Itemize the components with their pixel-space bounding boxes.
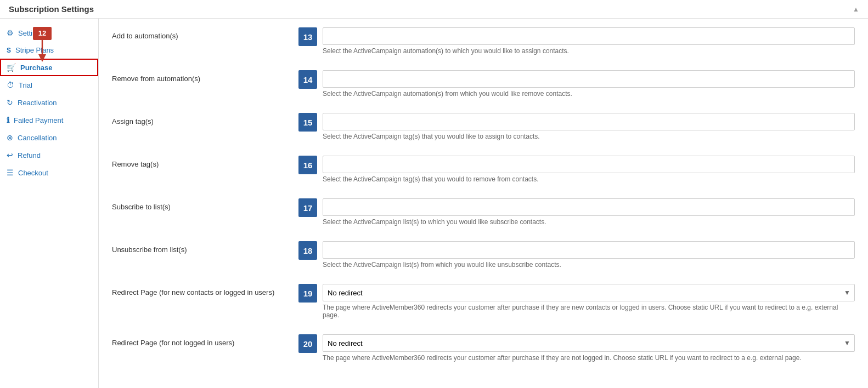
label-assign-tags: Assign tag(s) [112,113,298,125]
badge-15: 15 [298,113,317,132]
page-title: Subscription Settings [9,4,94,14]
hint-redirect-not-logged: The page where ActiveMember360 redirects… [323,354,855,362]
row-add-automation: Add to automation(s) 13 Select the Activ… [112,27,855,60]
sidebar: ⚙ Settings S Stripe Plans 🛒 Purchase [0,19,99,388]
input-add-automation[interactable] [323,27,855,45]
sidebar-item-refund[interactable]: ↩ Refund [0,146,98,164]
input-remove-automation[interactable] [323,70,855,88]
select-wrapper-redirect-new: No redirect ▼ [323,284,855,301]
input-area-subscribe-list: Select the ActiveCampaign list(s) to whi… [323,198,855,226]
sidebar-item-label-reactivation: Reactivation [18,99,57,107]
label-redirect-new: Redirect Page (for new contacts or logge… [112,284,298,296]
sidebar-item-purchase[interactable]: 🛒 Purchase [0,59,98,76]
failed-payment-icon: ℹ [7,116,9,124]
select-redirect-new[interactable]: No redirect [323,284,855,301]
row-unsubscribe-list: Unsubscribe from list(s) 18 Select the A… [112,241,855,274]
label-redirect-not-logged: Redirect Page (for not logged in users) [112,334,298,347]
sidebar-item-settings[interactable]: ⚙ Settings [0,24,98,42]
badge-13: 13 [298,27,317,46]
input-area-remove-tags: Select the ActiveCampaign tag(s) that yo… [323,156,855,183]
badge-16: 16 [298,156,317,174]
sidebar-item-label-settings: Settings [18,29,44,37]
hint-unsubscribe-list: Select the ActiveCampaign list(s) from w… [323,261,855,269]
page-header: Subscription Settings ▲ [0,0,868,19]
sidebar-item-label-checkout: Checkout [18,169,48,177]
hint-remove-tags: Select the ActiveCampaign tag(s) that yo… [323,175,855,183]
cancellation-icon: ⊗ [7,133,13,142]
reactivation-icon: ↻ [7,98,13,107]
cart-icon: 🛒 [7,63,16,72]
hint-remove-automation: Select the ActiveCampaign automation(s) … [323,90,855,98]
badge-18: 18 [298,241,317,260]
sidebar-item-purchase-wrapper: 🛒 Purchase 12 [0,59,98,76]
badge-17: 17 [298,198,317,217]
hint-redirect-new: The page where ActiveMember360 redirects… [323,304,855,319]
hint-add-automation: Select the ActiveCampaign automation(s) … [323,47,855,55]
sidebar-item-checkout[interactable]: ☰ Checkout [0,164,98,181]
collapse-icon[interactable]: ▲ [853,5,859,13]
input-area-redirect-new: No redirect ▼ The page where ActiveMembe… [323,284,855,319]
content-area: ⚙ Settings S Stripe Plans 🛒 Purchase [0,19,868,388]
label-add-automation: Add to automation(s) [112,27,298,40]
label-subscribe-list: Subscribe to list(s) [112,198,298,211]
sidebar-item-label-cancellation: Cancellation [18,134,57,142]
sidebar-item-cancellation[interactable]: ⊗ Cancellation [0,129,98,146]
label-remove-automation: Remove from automation(s) [112,70,298,83]
sidebar-item-label-purchase: Purchase [20,64,53,72]
main-content: Add to automation(s) 13 Select the Activ… [99,19,868,388]
sidebar-item-label-refund: Refund [18,151,41,159]
input-area-unsubscribe-list: Select the ActiveCampaign list(s) from w… [323,241,855,269]
input-area-redirect-not-logged: No redirect ▼ The page where ActiveMembe… [323,334,855,362]
input-unsubscribe-list[interactable] [323,241,855,259]
sidebar-item-failed-payment[interactable]: ℹ Failed Payment [0,111,98,129]
input-remove-tags[interactable] [323,156,855,173]
sidebar-item-label-failed-payment: Failed Payment [14,116,63,124]
label-unsubscribe-list: Unsubscribe from list(s) [112,241,298,254]
badge-19: 19 [298,284,317,303]
stripe-icon: S [7,47,11,54]
select-wrapper-redirect-not-logged: No redirect ▼ [323,334,855,352]
gear-icon: ⚙ [7,28,14,37]
sidebar-item-label-trial: Trial [19,81,32,89]
input-area-add-automation: Select the ActiveCampaign automation(s) … [323,27,855,55]
input-area-assign-tags: Select the ActiveCampaign tag(s) that yo… [323,113,855,140]
checkout-icon: ☰ [7,168,14,177]
sidebar-item-reactivation[interactable]: ↻ Reactivation [0,94,98,111]
hint-assign-tags: Select the ActiveCampaign tag(s) that yo… [323,133,855,140]
input-assign-tags[interactable] [323,113,855,130]
row-subscribe-list: Subscribe to list(s) 17 Select the Activ… [112,198,855,231]
row-remove-tags: Remove tag(s) 16 Select the ActiveCampai… [112,156,855,189]
input-area-remove-automation: Select the ActiveCampaign automation(s) … [323,70,855,98]
refund-icon: ↩ [7,151,13,159]
label-remove-tags: Remove tag(s) [112,156,298,168]
row-redirect-not-logged: Redirect Page (for not logged in users) … [112,334,855,367]
trial-icon: ⏱ [7,81,14,89]
sidebar-item-label-stripe-plans: Stripe Plans [15,46,54,54]
sidebar-item-stripe-plans[interactable]: S Stripe Plans [0,42,98,59]
row-assign-tags: Assign tag(s) 15 Select the ActiveCampai… [112,113,855,146]
page-wrapper: Subscription Settings ▲ ⚙ Settings S Str… [0,0,868,388]
badge-20: 20 [298,334,317,353]
row-remove-automation: Remove from automation(s) 14 Select the … [112,70,855,103]
hint-subscribe-list: Select the ActiveCampaign list(s) to whi… [323,218,855,226]
select-redirect-not-logged[interactable]: No redirect [323,334,855,352]
row-redirect-new: Redirect Page (for new contacts or logge… [112,284,855,324]
input-subscribe-list[interactable] [323,198,855,216]
sidebar-item-trial[interactable]: ⏱ Trial [0,76,98,94]
badge-14: 14 [298,70,317,89]
